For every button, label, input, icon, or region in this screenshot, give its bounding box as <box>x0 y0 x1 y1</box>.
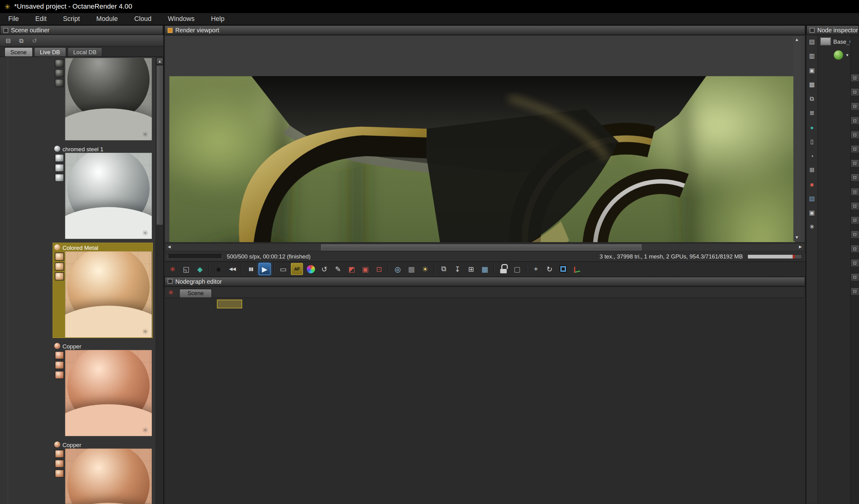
material-label-row[interactable]: Copper <box>53 342 152 350</box>
hscroll-track[interactable] <box>173 243 797 250</box>
titlebar[interactable]: ✳ *Unsaved project - OctaneRender 4.00 <box>0 0 859 13</box>
restart-render-button[interactable]: ◀◀ <box>226 263 238 275</box>
viewport-hscrollbar[interactable]: ◀ ▶ <box>165 243 805 251</box>
material-preview[interactable]: ✳ <box>65 153 152 239</box>
dropdown-arrow-icon[interactable]: ▼ <box>845 53 849 57</box>
pan-tool-icon[interactable]: ＋ <box>530 263 542 275</box>
node-pin-button[interactable]: ⊡ <box>851 203 858 209</box>
star-icon[interactable]: ✳ <box>808 223 816 231</box>
menu-script[interactable]: Script <box>55 13 88 25</box>
expand-tree-icon[interactable]: ⧉ <box>17 36 26 45</box>
object-picker-icon[interactable]: ▣ <box>359 263 371 275</box>
scroll-up-icon[interactable]: ▲ <box>795 37 799 43</box>
node-pin-button[interactable]: ⊡ <box>851 288 858 294</box>
image-node-icon[interactable]: ▣ <box>808 66 816 75</box>
menu-windows[interactable]: Windows <box>160 13 203 25</box>
pause-render-button[interactable]: ▮▮ <box>245 263 257 275</box>
node-stack-icon[interactable]: ▤ <box>808 38 816 46</box>
subnode-thumb[interactable] <box>55 69 64 77</box>
subnode-thumb[interactable] <box>55 272 64 281</box>
tab-scene[interactable]: Scene <box>4 47 33 56</box>
node-pin-button[interactable]: ⊡ <box>851 132 858 138</box>
photo-icon[interactable]: ▣ <box>808 209 816 217</box>
hscroll-thumb[interactable] <box>321 244 642 250</box>
menu-help[interactable]: Help <box>203 13 232 25</box>
recenter-view-icon[interactable]: ↺ <box>318 263 330 275</box>
camera-icon[interactable]: ▦ <box>808 80 816 89</box>
node-inspector-header[interactable]: Node inspector <box>806 25 859 35</box>
alpha-background-toggle[interactable]: ▩ <box>405 263 418 275</box>
node-pin-button[interactable]: ⊡ <box>851 103 858 109</box>
node-color-swatch[interactable] <box>820 37 831 46</box>
node-pin-button[interactable]: ⊡ <box>851 75 858 81</box>
node-pin-button[interactable]: ⊡ <box>851 231 858 238</box>
stop-render-button[interactable]: ■ <box>213 263 225 275</box>
octane-logo-icon[interactable]: ✳ <box>167 263 179 275</box>
Colored Metal[interactable]: Colored Metal <box>53 243 152 337</box>
subnode-thumb[interactable] <box>55 351 64 360</box>
render-passes-icon[interactable]: ▦ <box>479 263 491 275</box>
node-pin-button[interactable]: ⊡ <box>851 174 858 181</box>
image-export-icon[interactable]: ⊞ <box>808 166 816 174</box>
menu-edit[interactable]: Edit <box>27 13 55 25</box>
render-image[interactable] <box>169 76 795 242</box>
subnode-thumb[interactable] <box>55 253 64 261</box>
page-icon[interactable]: ▯ <box>808 137 816 146</box>
nodegraph-node-partial[interactable] <box>217 300 242 308</box>
material-ball-icon[interactable] <box>834 50 843 60</box>
chromed steel 1[interactable]: chromed steel 1 <box>53 144 152 239</box>
subnode-thumb[interactable] <box>55 164 64 172</box>
scroll-down-icon[interactable]: ▼ <box>795 234 799 241</box>
material-label-row[interactable]: Colored Metal <box>53 243 152 251</box>
water-drop-icon[interactable]: ● <box>808 123 816 132</box>
scroll-left-icon[interactable]: ◀ <box>165 245 173 249</box>
geometry-lod-icon[interactable]: ◆ <box>194 263 206 275</box>
subnode-thumb[interactable] <box>55 371 64 379</box>
scene-outliner-header[interactable]: Scene outliner <box>0 25 163 35</box>
node-pin-button[interactable]: ⊡ <box>851 146 858 152</box>
fullscreen-toggle[interactable] <box>559 265 568 273</box>
nodegraph-tab-scene[interactable]: Scene <box>179 288 212 297</box>
node-tree-icon[interactable]: ▥ <box>808 52 816 60</box>
bounding-box-toggle[interactable]: ▢ <box>511 263 523 275</box>
node-pin-button[interactable]: ⊡ <box>851 89 858 95</box>
material-picker-icon[interactable]: ◩ <box>346 263 358 275</box>
white-balance-picker-icon[interactable] <box>306 265 315 273</box>
tab-live-db[interactable]: Live DB <box>34 47 66 56</box>
menu-module[interactable]: Module <box>88 13 126 25</box>
fit-viewport-icon[interactable]: ▭ <box>277 263 289 275</box>
material-preview[interactable]: ✳ <box>65 350 152 436</box>
viewport-vscrollbar[interactable]: ▲ ▼ <box>793 37 800 241</box>
camera-target-picker-icon[interactable]: ⊡ <box>373 263 385 275</box>
render-priority-icon[interactable]: ◱ <box>180 263 192 275</box>
material-label-row[interactable]: Copper <box>53 441 152 449</box>
Copper[interactable]: Copper <box>53 342 152 436</box>
gnomon-toggle[interactable] <box>571 263 583 275</box>
menu-file[interactable]: File <box>0 13 27 25</box>
collapse-tree-icon[interactable]: ⊟ <box>4 36 12 45</box>
subnode-thumb[interactable] <box>55 361 64 369</box>
clock-icon[interactable]: ◔ <box>808 152 816 160</box>
node-pin-button[interactable]: ⊡ <box>851 160 858 166</box>
Copper[interactable]: Copper <box>53 441 152 504</box>
subnode-thumb[interactable] <box>55 450 64 458</box>
tab-local-db[interactable]: Local DB <box>67 47 103 56</box>
outliner-scrollbar[interactable]: ▲ <box>155 58 163 504</box>
daylight-environment-icon[interactable]: ☀ <box>419 263 431 275</box>
layers-icon[interactable]: ≣ <box>808 109 816 117</box>
material-item[interactable]: ✳ <box>53 58 152 140</box>
scroll-up-icon[interactable]: ▲ <box>156 58 163 65</box>
subnode-thumb[interactable] <box>55 262 64 271</box>
red-cube-icon[interactable]: ■ <box>808 180 816 188</box>
lock-resolution-toggle[interactable] <box>497 263 509 275</box>
film-settings-icon[interactable]: ⧉ <box>808 95 816 103</box>
node-pin-button[interactable]: ⊡ <box>851 117 858 124</box>
blue-stack-icon[interactable]: ▤ <box>808 194 816 203</box>
node-pin-button[interactable]: ⊡ <box>851 274 858 280</box>
nodegraph-canvas[interactable] <box>164 297 805 504</box>
scrollbar-thumb[interactable] <box>157 66 163 225</box>
focus-picker-icon[interactable]: ✎ <box>332 263 344 275</box>
orbit-tool-icon[interactable]: ↻ <box>543 263 556 275</box>
subnode-thumb[interactable] <box>55 79 64 87</box>
refresh-icon[interactable]: ↺ <box>30 36 39 45</box>
